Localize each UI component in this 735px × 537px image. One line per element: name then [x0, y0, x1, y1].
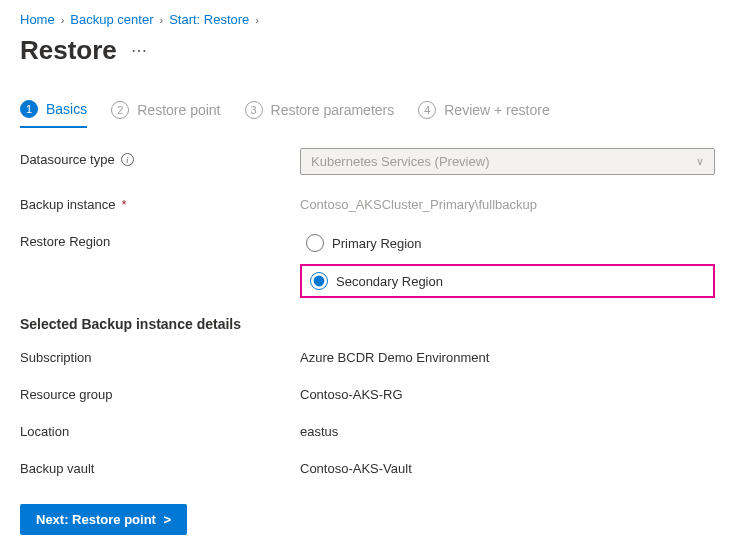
step-number-icon: 3 — [245, 101, 263, 119]
section-title-details: Selected Backup instance details — [20, 316, 715, 332]
radio-secondary-region[interactable]: Secondary Region — [304, 268, 449, 294]
datasource-type-dropdown[interactable]: Kubernetes Services (Preview) ∨ — [300, 148, 715, 175]
page-title: Restore — [20, 35, 117, 66]
dropdown-value: Kubernetes Services (Preview) — [311, 154, 489, 169]
step-number-icon: 1 — [20, 100, 38, 118]
backup-vault-label: Backup vault — [20, 457, 300, 476]
step-number-icon: 4 — [418, 101, 436, 119]
breadcrumb-start-restore[interactable]: Start: Restore — [169, 12, 249, 27]
tab-label: Review + restore — [444, 102, 549, 118]
radio-primary-region[interactable]: Primary Region — [300, 230, 715, 256]
radio-input-secondary[interactable] — [310, 272, 328, 290]
next-button[interactable]: Next: Restore point > — [20, 504, 187, 535]
tab-label: Basics — [46, 101, 87, 117]
tab-restore-point[interactable]: 2 Restore point — [111, 100, 220, 128]
chevron-right-icon: > — [164, 512, 172, 527]
tab-label: Restore point — [137, 102, 220, 118]
radio-label: Secondary Region — [336, 274, 443, 289]
more-actions-icon[interactable]: ⋯ — [131, 41, 148, 60]
footer: Next: Restore point > — [20, 504, 715, 535]
backup-instance-value: Contoso_AKSCluster_Primary\fullbackup — [300, 193, 715, 212]
chevron-down-icon: ∨ — [696, 155, 704, 168]
radio-label: Primary Region — [332, 236, 422, 251]
location-value: eastus — [300, 420, 715, 439]
datasource-type-label: Datasource type i — [20, 148, 300, 167]
restore-region-label: Restore Region — [20, 230, 300, 249]
breadcrumb-backup-center[interactable]: Backup center — [70, 12, 153, 27]
info-icon[interactable]: i — [121, 153, 134, 166]
backup-instance-label: Backup instance * — [20, 193, 300, 212]
next-button-label: Next: Restore point — [36, 512, 156, 527]
tab-basics[interactable]: 1 Basics — [20, 100, 87, 128]
chevron-right-icon: › — [61, 14, 65, 26]
subscription-label: Subscription — [20, 346, 300, 365]
restore-region-radiogroup: Primary Region Secondary Region — [300, 230, 715, 298]
breadcrumb: Home › Backup center › Start: Restore › — [20, 12, 715, 27]
subscription-value: Azure BCDR Demo Environment — [300, 346, 715, 365]
tab-review-restore[interactable]: 4 Review + restore — [418, 100, 549, 128]
highlight-box: Secondary Region — [300, 264, 715, 298]
resource-group-label: Resource group — [20, 383, 300, 402]
step-number-icon: 2 — [111, 101, 129, 119]
tab-restore-parameters[interactable]: 3 Restore parameters — [245, 100, 395, 128]
radio-input-primary[interactable] — [306, 234, 324, 252]
backup-vault-value: Contoso-AKS-Vault — [300, 457, 715, 476]
breadcrumb-home[interactable]: Home — [20, 12, 55, 27]
chevron-right-icon: › — [159, 14, 163, 26]
resource-group-value: Contoso-AKS-RG — [300, 383, 715, 402]
page-header: Restore ⋯ — [20, 35, 715, 66]
tab-label: Restore parameters — [271, 102, 395, 118]
chevron-right-icon: › — [255, 14, 259, 26]
step-tabs: 1 Basics 2 Restore point 3 Restore param… — [20, 100, 715, 128]
required-asterisk: * — [121, 197, 126, 212]
location-label: Location — [20, 420, 300, 439]
